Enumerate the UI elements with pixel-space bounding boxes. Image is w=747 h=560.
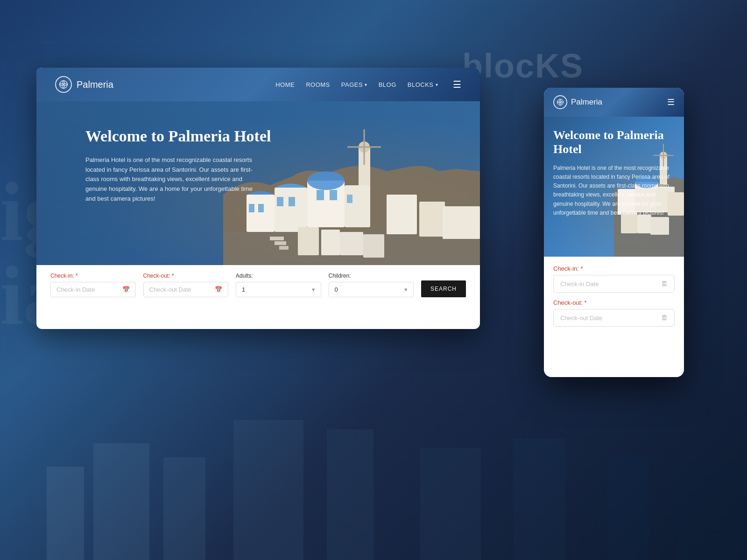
checkout-label: Check-out: *: [143, 273, 229, 279]
mobile-booking-form: Check-in: * Check-in Date 🗓 Check-out: *…: [544, 257, 684, 342]
svg-rect-28: [347, 195, 352, 203]
desktop-logo-area[interactable]: Palmeria: [55, 76, 113, 93]
svg-rect-5: [420, 448, 481, 560]
mobile-logo-icon: [553, 95, 567, 109]
svg-rect-35: [363, 234, 384, 258]
svg-rect-33: [321, 230, 340, 255]
svg-rect-12: [249, 204, 254, 212]
svg-rect-32: [298, 227, 319, 255]
mobile-checkout-label: Check-out: *: [553, 299, 675, 306]
svg-rect-25: [317, 190, 324, 200]
svg-rect-37: [275, 241, 286, 245]
mobile-checkout-input[interactable]: Check-out Date 🗓: [553, 309, 675, 327]
nav-blog[interactable]: BLOG: [379, 81, 396, 88]
mobile-checkin-field: Check-in: * Check-in Date 🗓: [553, 265, 675, 293]
nav-pages[interactable]: PAGES ▾: [341, 81, 367, 88]
mobile-checkin-required: *: [581, 265, 583, 272]
nav-rooms[interactable]: ROOMS: [306, 81, 330, 88]
svg-rect-0: [47, 467, 84, 560]
checkout-calendar-icon: 📅: [215, 286, 222, 293]
svg-rect-31: [443, 206, 480, 239]
svg-rect-1: [93, 443, 149, 560]
mobile-logo-area[interactable]: Palmeria: [553, 95, 602, 109]
mobile-checkin-calendar-icon: 🗓: [661, 280, 668, 287]
svg-rect-34: [340, 232, 363, 255]
svg-rect-2: [163, 457, 205, 560]
mobile-checkout-required: *: [585, 299, 587, 306]
mobile-hamburger[interactable]: ☰: [667, 97, 675, 107]
svg-rect-7: [607, 457, 649, 560]
svg-rect-36: [270, 237, 284, 240]
children-label: Children:: [329, 273, 414, 279]
svg-rect-38: [279, 246, 289, 250]
desktop-logo-icon: [55, 76, 72, 93]
mobile-hero-content: Welcome to Palmeria Hotel Palmeria Hotel…: [553, 128, 675, 217]
svg-rect-30: [419, 202, 445, 237]
children-chevron: ▾: [404, 286, 408, 293]
checkout-input[interactable]: Check-out Date 📅: [143, 282, 229, 297]
svg-rect-3: [233, 420, 303, 560]
checkout-required: *: [172, 273, 174, 279]
mobile-checkin-label: Check-in: *: [553, 265, 675, 272]
checkin-calendar-icon: 📅: [122, 286, 130, 293]
checkin-label: Check-in: *: [50, 273, 136, 279]
mobile-hero-title: Welcome to Palmeria Hotel: [553, 128, 675, 156]
svg-rect-8: [677, 467, 747, 560]
checkout-field: Check-out: * Check-out Date 📅: [143, 273, 229, 297]
adults-label: Adults:: [236, 273, 321, 279]
checkin-input[interactable]: Check-in Date 📅: [50, 282, 136, 297]
svg-rect-26: [330, 190, 337, 200]
svg-rect-13: [258, 204, 264, 212]
children-select[interactable]: 0 ▾: [329, 282, 414, 297]
adults-select[interactable]: 1 ▾: [236, 282, 321, 297]
checkin-field: Check-in: * Check-in Date 📅: [50, 273, 136, 297]
desktop-header: Palmeria HOME ROOMS PAGES ▾ BLOG BLOCKS …: [36, 68, 480, 101]
children-field: Children: 0 ▾: [329, 273, 414, 297]
svg-rect-27: [345, 185, 370, 227]
desktop-hero: Welcome to Palmeria Hotel Palmeria Hotel…: [36, 101, 480, 307]
mobile-checkout-field: Check-out: * Check-out Date 🗓: [553, 299, 675, 327]
bg-blocks-label: blocKS: [462, 47, 584, 85]
desktop-hamburger[interactable]: ☰: [453, 79, 461, 90]
desktop-nav: HOME ROOMS PAGES ▾ BLOG BLOCKS ▾ ☰: [275, 79, 461, 90]
svg-point-24: [307, 171, 345, 190]
mobile-window: Palmeria ☰: [544, 88, 684, 377]
nav-blocks[interactable]: BLOCKS ▾: [408, 81, 438, 88]
desktop-hero-title: Welcome to Palmeria Hotel: [85, 127, 271, 146]
svg-rect-15: [277, 197, 283, 206]
svg-rect-14: [275, 188, 307, 232]
adults-field: Adults: 1 ▾: [236, 273, 321, 297]
desktop-hero-content: Welcome to Palmeria Hotel Palmeria Hotel…: [85, 127, 271, 204]
mobile-checkout-calendar-icon: 🗓: [661, 314, 668, 322]
pages-chevron: ▾: [365, 82, 367, 87]
mobile-header: Palmeria ☰: [544, 88, 684, 117]
svg-rect-53: [637, 215, 651, 233]
desktop-logo-text: Palmeria: [77, 79, 113, 90]
desktop-hero-description: Palmeria Hotel is one of the most recogn…: [85, 155, 263, 204]
svg-rect-16: [289, 197, 295, 206]
svg-rect-29: [387, 195, 417, 234]
desktop-booking-form: Check-in: * Check-in Date 📅 Check-out: *…: [36, 265, 480, 307]
svg-rect-6: [514, 439, 565, 560]
svg-rect-54: [650, 217, 669, 235]
mobile-hero: Welcome to Palmeria Hotel Palmeria Hotel…: [544, 117, 684, 257]
mobile-checkin-input[interactable]: Check-in Date 🗓: [553, 275, 675, 293]
desktop-window: Palmeria HOME ROOMS PAGES ▾ BLOG BLOCKS …: [36, 68, 480, 329]
svg-rect-4: [327, 429, 374, 560]
mobile-logo-text: Palmeria: [571, 98, 602, 107]
blocks-chevron: ▾: [436, 82, 438, 87]
search-button[interactable]: SEARCH: [421, 280, 466, 297]
mobile-hero-description: Palmeria Hotel is one of the most recogn…: [553, 164, 675, 217]
nav-home[interactable]: HOME: [275, 81, 295, 88]
checkin-required: *: [76, 273, 78, 279]
adults-chevron: ▾: [312, 286, 315, 293]
